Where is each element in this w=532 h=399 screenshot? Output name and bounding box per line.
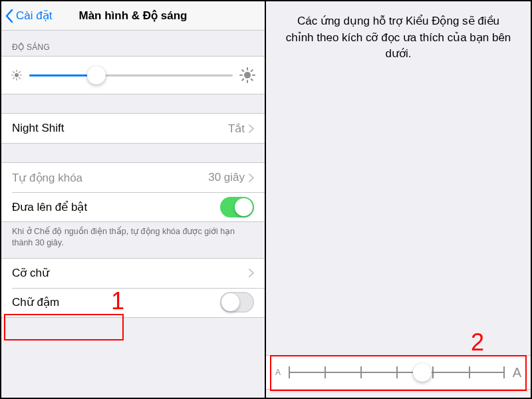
text-size-slider-row: A A [266,355,531,390]
toggle-bold-text[interactable] [220,292,254,313]
svg-line-16 [242,79,243,80]
annotation-box-1 [4,314,124,340]
chevron-right-icon [249,269,254,277]
brightness-slider-row [1,56,265,94]
sun-large-icon [239,67,255,83]
brightness-slider-thumb[interactable] [87,66,106,84]
brightness-slider[interactable] [29,74,233,76]
row-night-shift[interactable]: Night Shift Tắt [1,114,265,143]
footer-note-auto-lock: Khi ở Chế độ nguồn điện thấp, tự động kh… [1,222,265,258]
chevron-left-icon [5,9,13,23]
text-size-slider[interactable] [289,364,505,380]
row-value: 30 giây [208,171,245,184]
row-label: Night Shift [12,122,64,135]
back-label: Cài đặt [16,9,52,23]
row-value: Tắt [228,122,245,136]
brightness-slider-fill [29,74,96,76]
row-raise-to-wake: Đưa lên để bật [1,192,265,221]
svg-line-8 [19,72,21,73]
toggle-raise-to-wake[interactable] [220,197,254,217]
sun-small-icon [11,69,23,81]
row-bold-text: Chữ đậm [1,288,265,317]
chevron-right-icon [249,174,254,182]
group-night-shift: Night Shift Tắt [1,113,265,144]
letter-a-small-icon: A [275,368,281,377]
pane-display-settings: Cài đặt Màn hình & Độ sáng ĐỘ SÁNG [1,1,266,398]
svg-line-7 [13,78,15,79]
group-general: Tự động khóa 30 giây Đưa lên để bật [1,162,265,222]
group-text: Cỡ chữ Chữ đậm [1,258,265,318]
annotation-number-2: 2 [471,329,484,356]
svg-line-6 [19,78,21,79]
svg-line-5 [13,72,15,73]
nav-bar: Cài đặt Màn hình & Độ sáng [1,1,265,31]
svg-line-15 [251,79,253,80]
dynamic-type-description: Các ứng dụng hỗ trợ Kiểu Động sẽ điều ch… [266,1,531,74]
row-label: Cỡ chữ [12,266,49,280]
chevron-right-icon [249,124,254,133]
svg-point-9 [244,72,251,78]
text-size-slider-thumb[interactable] [413,363,432,382]
section-header-brightness: ĐỘ SÁNG [1,31,265,56]
back-button[interactable]: Cài đặt [1,9,52,23]
row-text-size[interactable]: Cỡ chữ [1,259,265,288]
tutorial-frame: Cài đặt Màn hình & Độ sáng ĐỘ SÁNG [0,0,532,399]
pane-text-size: Các ứng dụng hỗ trợ Kiểu Động sẽ điều ch… [266,1,531,398]
row-label: Đưa lên để bật [12,200,87,214]
svg-line-14 [242,70,243,71]
svg-point-0 [15,73,19,77]
row-auto-lock[interactable]: Tự động khóa 30 giây [1,163,265,192]
row-label: Tự động khóa [12,171,82,185]
row-label: Chữ đậm [12,295,59,309]
letter-a-large-icon: A [513,365,521,380]
svg-line-17 [251,70,253,71]
